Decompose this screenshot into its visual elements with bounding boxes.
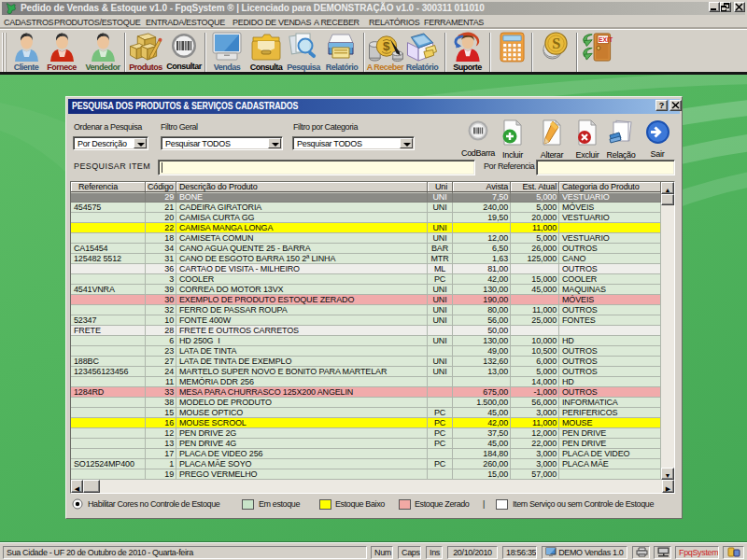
svg-text:S: S (552, 35, 560, 52)
svg-text:$: $ (383, 39, 390, 53)
svg-text:EXIT: EXIT (599, 36, 613, 43)
